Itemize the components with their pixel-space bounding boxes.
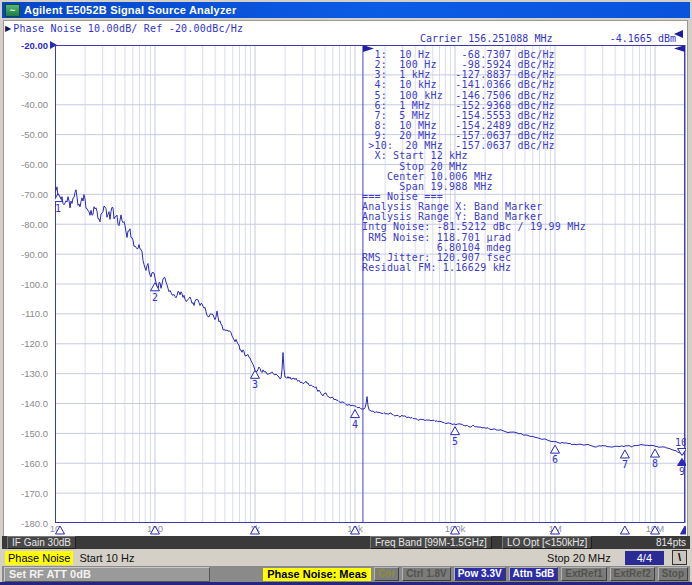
y-tick-label: -130.0 — [2, 368, 48, 379]
y-tick-label: -160.0 — [2, 458, 48, 469]
carrier-frequency: Carrier 156.251088 MHz — [420, 33, 552, 44]
y-tick-label: -100.0 — [2, 279, 48, 290]
marker-4-label: 4 — [352, 419, 358, 430]
marker-1-label: 1 — [55, 203, 61, 214]
y-tick-label: -50.00 — [2, 129, 48, 140]
axis-marker-triangle-icon — [351, 526, 360, 534]
marker-info-panel: 1: 10 Hz -68.7307 dBc/Hz 2: 100 Hz -98.5… — [362, 50, 586, 273]
band-stop-flag-icon — [674, 45, 685, 52]
average-count-badge: 4/4 — [625, 551, 664, 565]
sweep-start-readout: Start 10 Hz — [79, 552, 134, 564]
sweep-status-bar: Phase Noise Start 10 Hz Stop 20 MHz 4/4 … — [2, 549, 690, 566]
axis-marker-triangle-icon — [56, 526, 65, 534]
app-icon: ∼ — [5, 4, 20, 17]
marker-5-icon — [451, 427, 460, 435]
marker-8-label: 8 — [652, 458, 658, 469]
indicator-ctrl-1-8v: Ctrl 1.8V — [402, 567, 451, 581]
trace-select-arrow-icon: ▶ — [5, 25, 11, 33]
y-tick-label: -30.00 — [2, 69, 48, 80]
title-bar[interactable]: ∼ Agilent E5052B Signal Source Analyzer — [2, 2, 690, 18]
if-gain-readout: IF Gain 30dB — [7, 536, 76, 549]
hardware-status-bar: IF Gain 30dB Freq Band [99M-1.5GHz] LO O… — [2, 536, 690, 549]
axis-marker-triangle-icon — [681, 526, 687, 534]
marker-7-label: 7 — [622, 459, 628, 470]
y-tick-label: -60.00 — [2, 159, 48, 170]
y-tick-label: -20.00 — [2, 40, 48, 51]
measurement-state-chip: Phase Noise: Meas — [263, 568, 371, 581]
sweep-stop-readout: Stop 20 MHz — [547, 552, 611, 564]
marker-10-label: 10 — [675, 437, 686, 448]
marker-9-label: 9 — [679, 466, 685, 477]
status-indicators: CorCtrl 1.8VPow 3.3VAttn 5dBExtRef1ExtRe… — [371, 567, 688, 581]
axis-marker-triangle-icon — [651, 526, 660, 534]
marker-2-label: 2 — [152, 292, 158, 303]
trace-scale-label: Phase Noise 10.00dB/ Ref -20.00dBc/Hz — [13, 23, 243, 34]
active-measurement-chip[interactable]: Phase Noise — [5, 551, 73, 565]
carrier-power: -4.1665 dBm — [610, 33, 676, 44]
instrument-status-bar: Set RF ATT 0dB Phase Noise: Meas CorCtrl… — [2, 566, 690, 582]
y-tick-label: -70.00 — [2, 189, 48, 200]
carrier-readout: Carrier 156.251088 MHz -4.1665 dBm — [420, 33, 676, 44]
marker-info-line: Intg Noise: -81.5212 dBc / 19.99 MHz — [362, 222, 586, 232]
marker-6-icon — [551, 445, 560, 453]
y-tick-label: -40.00 — [2, 99, 48, 110]
marker-3-icon — [251, 370, 260, 378]
y-tick-label: -80.00 — [2, 219, 48, 230]
sweep-busy-indicator: \ — [672, 550, 687, 565]
lo-opt-readout: LO Opt [<150kHz] — [502, 536, 592, 549]
y-tick-label: -110.0 — [2, 308, 48, 319]
marker-5-label: 5 — [452, 436, 458, 447]
axis-marker-triangle-icon — [251, 526, 260, 534]
freq-band-readout: Freq Band [99M-1.5GHz] — [370, 536, 492, 549]
y-tick-label: -180.0 — [2, 518, 48, 529]
analyzer-window: ∼ Agilent E5052B Signal Source Analyzer … — [0, 0, 692, 585]
trace-header[interactable]: ▶ Phase Noise 10.00dB/ Ref -20.00dBc/Hz — [5, 23, 243, 34]
y-tick-label: -140.0 — [2, 398, 48, 409]
y-tick-label: -90.00 — [2, 249, 48, 260]
indicator-attn-5db: Attn 5dB — [509, 567, 559, 581]
marker-info-line: Residual FM: 1.16629 kHz — [362, 263, 586, 273]
y-tick-label: -170.0 — [2, 488, 48, 499]
indicator-extref2: ExtRef2 — [610, 567, 655, 581]
band-stop-flag-icon — [674, 30, 683, 38]
indicator-pow-3-3v: Pow 3.3V — [454, 567, 506, 581]
points-readout: 814pts — [656, 536, 686, 549]
window-title: Agilent E5052B Signal Source Analyzer — [24, 4, 236, 16]
y-tick-label: -150.0 — [2, 428, 48, 439]
y-tick-label: -120.0 — [2, 338, 48, 349]
marker-7-icon — [620, 450, 629, 458]
marker-4-icon — [351, 410, 360, 418]
marker-3-label: 3 — [252, 379, 258, 390]
axis-marker-triangle-icon — [451, 526, 460, 534]
marker-6-label: 6 — [552, 454, 558, 465]
indicator-stop: Stop — [658, 567, 688, 581]
axis-marker-triangle-icon — [551, 526, 560, 534]
system-message: Set RF ATT 0dB — [4, 567, 210, 582]
marker-8-icon — [651, 449, 660, 457]
indicator-extref1: ExtRef1 — [561, 567, 606, 581]
indicator-cor: Cor — [374, 567, 399, 581]
axis-marker-triangle-icon — [620, 526, 629, 534]
axis-marker-triangle-icon — [151, 526, 160, 534]
